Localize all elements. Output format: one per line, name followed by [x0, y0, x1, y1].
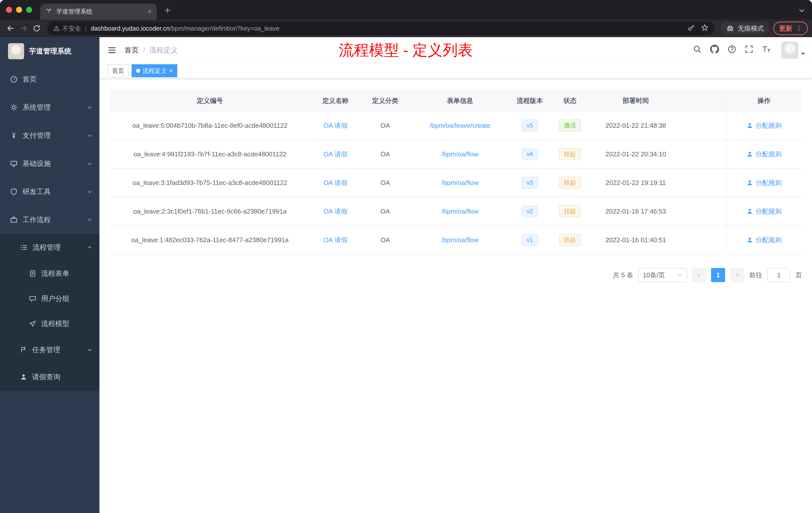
search-icon[interactable] [693, 45, 701, 56]
tag-process-definition[interactable]: 流程定义 × [132, 64, 177, 77]
definition-name-link[interactable]: OA 请假 [323, 178, 347, 187]
incognito-label: 无痕模式 [738, 24, 764, 33]
tag-home[interactable]: 首页 [108, 64, 128, 77]
breadcrumb-separator: / [143, 46, 145, 54]
logo-image [8, 43, 24, 59]
definition-name-link[interactable]: OA 请假 [323, 121, 347, 130]
form-link[interactable]: /bpm/oa/flow [441, 236, 478, 244]
window-zoom-button[interactable] [26, 7, 32, 13]
list-icon [20, 244, 28, 251]
kebab-menu-icon[interactable] [796, 25, 802, 32]
flag-icon [20, 346, 27, 353]
top-navbar: 首页 / 流程定义 流程模型 - 定义列表 [99, 37, 812, 63]
sidebar-item-infrastructure[interactable]: 基础设施 [0, 150, 99, 178]
sidebar-item-leave-query[interactable]: 请假查询 [0, 363, 99, 391]
column-header-time: 部署时间 [590, 90, 681, 111]
url-domain: dashboard.yudao.iocoder.cn [91, 25, 170, 32]
cell-deploy-time: 2022-01-16 01:40:51 [590, 226, 681, 254]
definition-name-link[interactable]: OA 请假 [323, 150, 347, 159]
sidebar-item-process-model[interactable]: 流程模型 [0, 311, 99, 336]
breadcrumb-current: 流程定义 [150, 46, 178, 55]
assign-rule-link[interactable]: 分配规则 [747, 121, 782, 130]
security-label: 不安全 [62, 24, 81, 33]
hamburger-button[interactable] [99, 46, 124, 55]
cell-definition-id: oa_leave:5:004b710b-7b8a-11ec-8ef0-acde4… [110, 112, 310, 140]
sidebar-item-home[interactable]: 首页 [0, 65, 99, 93]
bookmark-star-icon[interactable] [701, 24, 708, 33]
chevron-down-icon [87, 133, 92, 138]
cell-deploy-time: 2022-01-22 20:34:10 [590, 140, 681, 168]
status-badge: 挂起 [559, 234, 581, 246]
form-link[interactable]: /bpm/oa/flow [441, 150, 478, 158]
assign-rule-link[interactable]: 分配规则 [747, 236, 782, 244]
table-row: oa_leave:2:3c1f0ef1-76b1-11ec-9c66-a2380… [110, 197, 802, 226]
definition-name-link[interactable]: OA 请假 [323, 207, 347, 216]
page-1-button[interactable]: 1 [711, 268, 725, 282]
sidebar-item-workflow[interactable]: 工作流程 [0, 206, 99, 234]
new-tab-button[interactable] [164, 6, 171, 16]
column-header-name: 定义名称 [310, 90, 360, 111]
chevron-down-icon [87, 105, 92, 110]
page-size-select[interactable]: 10条/页 [638, 268, 687, 282]
assign-rule-link[interactable]: 分配规则 [747, 207, 782, 216]
github-icon[interactable] [710, 45, 719, 56]
column-header-action: 操作 [726, 90, 802, 111]
tab-close-icon[interactable]: × [148, 8, 152, 15]
sidebar-item-devtools[interactable]: 研发工具 [0, 178, 99, 206]
font-size-icon[interactable] [762, 45, 771, 56]
column-header-id: 定义编号 [110, 90, 310, 111]
tag-close-icon[interactable]: × [169, 68, 173, 74]
avatar-caret-icon[interactable] [801, 53, 805, 57]
user-icon [20, 373, 27, 381]
help-icon[interactable] [728, 45, 736, 56]
page-unit-label: 页 [795, 271, 802, 280]
goto-page-input[interactable] [767, 268, 790, 282]
page-title: 流程模型 - 定义列表 [339, 40, 472, 60]
assign-rule-link[interactable]: 分配规则 [747, 178, 782, 187]
breadcrumb-home[interactable]: 首页 [124, 46, 139, 55]
table-header-row: 定义编号 定义名称 定义分类 表单信息 流程版本 状态 部署时间 操作 [110, 90, 802, 112]
url-path: /bpm/manager/definition?key=oa_leave [170, 25, 280, 32]
briefcase-icon [10, 216, 18, 223]
user-icon [747, 179, 753, 186]
window-minimize-button[interactable] [16, 7, 22, 13]
version-tag: v4 [522, 148, 538, 160]
sidebar-item-task-management[interactable]: 任务管理 [0, 336, 99, 363]
update-button[interactable]: 更新 [773, 22, 808, 35]
next-page-button[interactable] [730, 268, 744, 282]
pagination: 共 5 条 10条/页 1 前往 页 [110, 268, 802, 282]
forward-button[interactable] [17, 22, 30, 35]
form-link[interactable]: /bpm/oa/leave/create [430, 122, 491, 129]
sidebar-item-process-management[interactable]: 流程管理 [0, 234, 99, 261]
sidebar-item-payment[interactable]: 支付管理 [0, 121, 99, 150]
sidebar-item-process-form[interactable]: 流程表单 [0, 261, 99, 286]
chevron-down-icon [87, 189, 92, 194]
assign-rule-link[interactable]: 分配规则 [747, 150, 782, 159]
incognito-badge: 无痕模式 [721, 22, 769, 35]
screen: 芋道管理系统 × 不安全 [0, 0, 812, 513]
address-bar[interactable]: 不安全 | dashboard.yudao.iocoder.cn/bpm/man… [47, 22, 715, 35]
window-close-button[interactable] [6, 7, 12, 13]
back-button[interactable] [4, 22, 17, 35]
fullscreen-icon[interactable] [745, 45, 753, 56]
cell-category: OA [360, 197, 410, 225]
browser-tab[interactable]: 芋道管理系统 × [40, 3, 157, 20]
monitor-icon [10, 160, 18, 168]
cell-category: OA [360, 226, 410, 254]
reload-button[interactable] [30, 22, 43, 35]
cell-definition-id: oa_leave:2:3c1f0ef1-76b1-11ec-9c66-a2380… [110, 197, 310, 225]
definition-name-link[interactable]: OA 请假 [323, 236, 347, 244]
key-icon[interactable] [688, 24, 695, 33]
tab-search-chevron-icon[interactable] [799, 6, 805, 16]
gear-icon [10, 104, 18, 111]
form-link[interactable]: /bpm/oa/flow [441, 179, 478, 187]
avatar[interactable] [781, 42, 799, 59]
browser-toolbar: 不安全 | dashboard.yudao.iocoder.cn/bpm/man… [0, 20, 812, 37]
chevron-down-icon [677, 272, 683, 278]
sidebar-item-user-group[interactable]: 用户分组 [0, 286, 99, 311]
send-icon [29, 320, 36, 327]
form-link[interactable]: /bpm/oa/flow [441, 208, 478, 215]
security-chip[interactable]: 不安全 [53, 24, 81, 33]
prev-page-button[interactable] [692, 268, 706, 282]
sidebar-item-system[interactable]: 系统管理 [0, 93, 99, 121]
